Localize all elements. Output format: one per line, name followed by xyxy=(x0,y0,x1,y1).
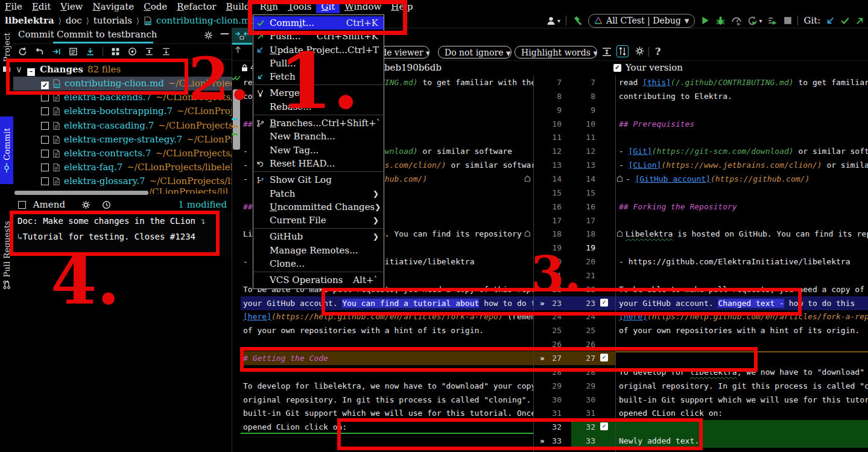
file-row-elektra-faq-7[interactable]: elektra-faq.7~/CLionProjects/libelektra/… xyxy=(13,161,232,174)
git-menu-item-new-tag[interactable]: New Tag... xyxy=(253,144,384,157)
git-update-button[interactable] xyxy=(826,16,835,25)
include-change-checkbox[interactable]: ✓ xyxy=(600,354,608,361)
menu-item-help[interactable]: Help xyxy=(386,0,417,13)
sync-scroll-icon[interactable] xyxy=(616,45,629,57)
commit-message-editor[interactable]: Doc: Make some changes in the CLion ↴ ↳T… xyxy=(13,211,232,257)
git-commit-button[interactable] xyxy=(840,16,850,25)
attach-to-process-button[interactable] xyxy=(767,15,778,26)
git-menu-item-pull[interactable]: Pull... xyxy=(253,57,384,70)
diff-right-pane[interactable]: read [this](/.github/CONTRIBUTING.md) to… xyxy=(616,75,868,452)
git-menu-item-rebase[interactable]: Rebase... xyxy=(253,100,384,113)
file-checkbox[interactable] xyxy=(41,150,49,158)
git-menu-item-fetch[interactable]: Fetch xyxy=(253,70,384,83)
tab-commit-to-testbranch[interactable]: Commit to testbranch xyxy=(57,28,157,42)
git-menu-item-manage-remotes[interactable]: Manage Remotes... xyxy=(253,244,384,257)
sidebar-item-commit[interactable]: Commit xyxy=(0,116,13,184)
git-menu-item-uncommitted-changes[interactable]: Uncommitted Changes❯ xyxy=(253,200,384,214)
menu-item-code[interactable]: Code xyxy=(139,0,172,13)
stop-button[interactable] xyxy=(784,16,792,25)
file-row-elektra-contracts-7[interactable]: elektra-contracts.7~/CLionProjects/libel… xyxy=(13,147,232,161)
diff-settings-icon[interactable] xyxy=(635,46,645,56)
fold-marker-icon[interactable] xyxy=(524,175,531,182)
menu-item-run[interactable]: Run xyxy=(255,0,283,13)
ignore-whitespace-select[interactable]: Do not ignore ▼ xyxy=(438,46,512,59)
git-menu-item-branches[interactable]: Branches...Ctrl+Shift+` xyxy=(253,116,384,130)
menu-item-git[interactable]: Git xyxy=(316,0,340,13)
amend-checkbox[interactable] xyxy=(18,201,26,209)
fold-marker-icon[interactable] xyxy=(616,230,623,237)
sidebar-item-pull-requests[interactable]: Pull Requests xyxy=(0,216,13,294)
chevron-down-icon[interactable]: ∨ xyxy=(16,64,22,75)
git-menu-item-push[interactable]: Push...Ctrl+Shift+K xyxy=(253,30,384,43)
file-checkbox[interactable] xyxy=(41,164,49,171)
include-change-checkbox[interactable]: ✓ xyxy=(600,299,608,307)
menu-item-edit[interactable]: Edit xyxy=(27,0,55,13)
git-menu-item-patch[interactable]: Patch❯ xyxy=(253,187,384,200)
file-row-elektra-cmerge-strategy-7[interactable]: elektra-cmerge-strategy.7~/CLionProjects… xyxy=(13,133,232,147)
breadcrumb-file[interactable]: contributing-clion.md xyxy=(156,15,256,26)
rollback-icon[interactable] xyxy=(35,47,44,56)
sidebar-item-project[interactable]: Project xyxy=(0,29,13,76)
git-menu-item-update-project[interactable]: Update Project...Ctrl+T xyxy=(253,43,384,57)
file-checkbox[interactable] xyxy=(41,122,49,130)
profiler-button[interactable] xyxy=(731,15,742,26)
fold-marker-icon[interactable] xyxy=(616,175,623,182)
tab-commit[interactable]: Commit xyxy=(18,28,54,42)
file-checkbox[interactable]: ✓ xyxy=(41,81,49,89)
menu-item-navigate[interactable]: Navigate xyxy=(87,0,139,13)
help-icon[interactable]: ? xyxy=(655,46,661,57)
hide-icon[interactable]: — xyxy=(220,28,229,39)
include-change-checkbox[interactable]: ✓ xyxy=(600,422,608,430)
file-row-contributing-clion-md[interactable]: ✓MDcontributing-clion.md~/CLionProjects/… xyxy=(13,77,232,91)
history-icon[interactable] xyxy=(102,200,111,209)
git-menu-item-clone[interactable]: Clone... xyxy=(253,257,384,270)
preview-diff-icon[interactable] xyxy=(128,47,137,56)
shelve-icon[interactable] xyxy=(86,47,95,56)
gear-icon[interactable] xyxy=(204,31,213,40)
file-row-elektra-cascading-7[interactable]: elektra-cascading.7~/CLionProjects/libel… xyxy=(13,119,232,133)
changes-group-row[interactable]: ∨–Changes82 files xyxy=(13,63,232,77)
include-all-checkbox[interactable]: ✓ xyxy=(613,64,621,72)
git-menu-item-current-file[interactable]: Current File❯ xyxy=(253,214,384,227)
menu-item-build[interactable]: Build xyxy=(221,0,255,13)
group-by-icon[interactable] xyxy=(111,47,120,56)
debug-button[interactable] xyxy=(715,16,726,26)
menu-item-window[interactable]: Window xyxy=(340,0,386,13)
collapse-all-icon[interactable] xyxy=(162,47,171,56)
avatar[interactable]: ▾ xyxy=(546,16,560,26)
git-menu-item-new-branch[interactable]: New Branch... xyxy=(253,130,384,143)
gear-icon[interactable] xyxy=(81,200,90,209)
changes-checkbox[interactable]: – xyxy=(27,68,35,76)
menu-item-refactor[interactable]: Refactor xyxy=(172,0,221,13)
file-row-elektra-bootstrapping-7[interactable]: elektra-bootstrapping.7~/CLionProjects/l… xyxy=(13,104,232,118)
menu-item-file[interactable]: File xyxy=(0,0,27,13)
menu-item-view[interactable]: View xyxy=(55,0,87,13)
breadcrumb-doc[interactable]: doc xyxy=(66,15,82,26)
git-push-button[interactable] xyxy=(855,16,864,25)
refresh-icon[interactable] xyxy=(18,47,27,56)
run-button[interactable] xyxy=(700,16,710,25)
breadcrumb-libelektra[interactable]: libelektra xyxy=(5,15,54,26)
file-row-elektra-backends-7[interactable]: elektra-backends.7~/CLionProjects/libele… xyxy=(13,91,232,104)
highlight-mode-select[interactable]: Highlight words ▼ xyxy=(515,46,597,59)
breadcrumb-tutorials[interactable]: tutorials xyxy=(93,15,132,26)
collapse-unchanged-icon[interactable] xyxy=(601,46,612,58)
git-menu-item-vcs-operations[interactable]: VCS OperationsAlt+` xyxy=(253,273,384,287)
file-checkbox[interactable] xyxy=(41,94,49,101)
file-checkbox[interactable] xyxy=(41,107,49,115)
fold-marker-icon[interactable] xyxy=(524,230,531,237)
horizontal-scrollbar[interactable] xyxy=(14,191,148,195)
run-configuration-select[interactable]: All CTest | Debug ▼ xyxy=(588,14,695,28)
git-menu-item-github[interactable]: GitHub❯ xyxy=(253,230,384,243)
previous-change-icon[interactable] xyxy=(233,45,242,54)
changelist-icon[interactable] xyxy=(69,47,78,56)
menu-item-tools[interactable]: Tools xyxy=(283,0,316,13)
git-menu-item-commit[interactable]: Commit...Ctrl+K xyxy=(253,16,384,30)
diff-tab[interactable] xyxy=(232,28,252,45)
file-checkbox[interactable] xyxy=(41,136,49,144)
git-menu-item-show-git-log[interactable]: Show Git Log xyxy=(253,173,384,186)
git-menu-item-merge[interactable]: Merge... xyxy=(253,86,384,100)
git-menu-item-reset-head[interactable]: Reset HEAD... xyxy=(253,157,384,170)
build-button[interactable] xyxy=(572,15,583,26)
coverage-button[interactable]: ▾ xyxy=(747,16,762,26)
